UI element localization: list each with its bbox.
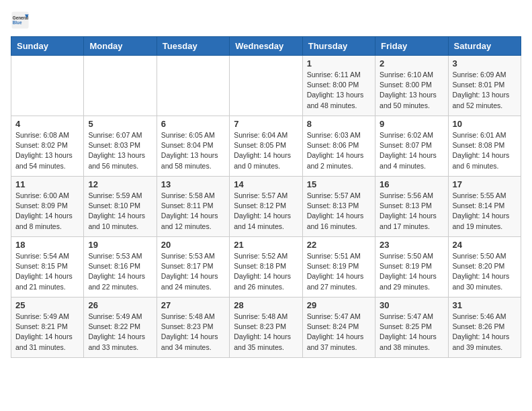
day-number: 27 <box>161 300 225 310</box>
day-info: Sunrise: 5:47 AM Sunset: 8:25 PM Dayligh… <box>380 312 443 353</box>
day-info: Sunrise: 5:57 AM Sunset: 8:12 PM Dayligh… <box>234 191 298 232</box>
day-number: 13 <box>161 179 225 189</box>
day-number: 18 <box>15 240 79 250</box>
calendar-cell: 21Sunrise: 5:52 AM Sunset: 8:18 PM Dayli… <box>230 237 302 298</box>
weekday-header-saturday: Saturday <box>448 37 521 56</box>
day-info: Sunrise: 6:10 AM Sunset: 8:00 PM Dayligh… <box>380 70 443 111</box>
day-info: Sunrise: 6:03 AM Sunset: 8:06 PM Dayligh… <box>307 130 371 171</box>
calendar-cell: 7Sunrise: 6:04 AM Sunset: 8:05 PM Daylig… <box>230 116 302 177</box>
day-number: 21 <box>234 240 298 250</box>
calendar-cell: 17Sunrise: 5:55 AM Sunset: 8:14 PM Dayli… <box>448 177 521 237</box>
day-info: Sunrise: 5:48 AM Sunset: 8:23 PM Dayligh… <box>161 312 225 353</box>
week-row-5: 25Sunrise: 5:49 AM Sunset: 8:21 PM Dayli… <box>11 298 521 358</box>
day-info: Sunrise: 5:49 AM Sunset: 8:21 PM Dayligh… <box>15 312 79 353</box>
calendar-cell: 10Sunrise: 6:01 AM Sunset: 8:08 PM Dayli… <box>448 116 521 177</box>
week-row-3: 11Sunrise: 6:00 AM Sunset: 8:09 PM Dayli… <box>11 177 521 237</box>
day-info: Sunrise: 6:08 AM Sunset: 8:02 PM Dayligh… <box>15 130 79 171</box>
week-row-1: 1Sunrise: 6:11 AM Sunset: 8:00 PM Daylig… <box>11 56 521 116</box>
day-info: Sunrise: 6:05 AM Sunset: 8:04 PM Dayligh… <box>161 130 225 171</box>
calendar-cell: 12Sunrise: 5:59 AM Sunset: 8:10 PM Dayli… <box>84 177 157 237</box>
day-number: 22 <box>307 240 371 250</box>
logo-icon: General Blue <box>11 11 30 30</box>
calendar-cell: 19Sunrise: 5:53 AM Sunset: 8:16 PM Dayli… <box>84 237 157 298</box>
weekday-header-row: SundayMondayTuesdayWednesdayThursdayFrid… <box>11 37 521 56</box>
weekday-header-wednesday: Wednesday <box>230 37 302 56</box>
calendar-cell: 31Sunrise: 5:46 AM Sunset: 8:26 PM Dayli… <box>448 298 521 358</box>
day-number: 7 <box>234 119 298 129</box>
calendar-table: SundayMondayTuesdayWednesdayThursdayFrid… <box>11 36 521 358</box>
day-number: 30 <box>380 300 443 310</box>
calendar-cell: 15Sunrise: 5:57 AM Sunset: 8:13 PM Dayli… <box>302 177 375 237</box>
calendar-cell: 28Sunrise: 5:48 AM Sunset: 8:23 PM Dayli… <box>230 298 302 358</box>
day-info: Sunrise: 5:46 AM Sunset: 8:26 PM Dayligh… <box>453 312 517 353</box>
day-number: 11 <box>15 179 79 189</box>
day-number: 16 <box>380 179 443 189</box>
calendar-cell <box>230 56 302 116</box>
calendar-cell: 20Sunrise: 5:53 AM Sunset: 8:17 PM Dayli… <box>157 237 229 298</box>
day-number: 28 <box>234 300 298 310</box>
day-info: Sunrise: 6:11 AM Sunset: 8:00 PM Dayligh… <box>307 70 371 111</box>
calendar-cell <box>157 56 229 116</box>
calendar-cell: 26Sunrise: 5:49 AM Sunset: 8:22 PM Dayli… <box>84 298 157 358</box>
day-info: Sunrise: 5:55 AM Sunset: 8:14 PM Dayligh… <box>453 191 517 232</box>
calendar-cell: 6Sunrise: 6:05 AM Sunset: 8:04 PM Daylig… <box>157 116 229 177</box>
day-number: 10 <box>453 119 517 129</box>
day-number: 29 <box>307 300 371 310</box>
day-number: 2 <box>380 58 443 68</box>
day-info: Sunrise: 5:50 AM Sunset: 8:19 PM Dayligh… <box>380 251 443 292</box>
day-number: 15 <box>307 179 371 189</box>
calendar-cell: 14Sunrise: 5:57 AM Sunset: 8:12 PM Dayli… <box>230 177 302 237</box>
day-info: Sunrise: 5:54 AM Sunset: 8:15 PM Dayligh… <box>15 251 79 292</box>
calendar-cell: 4Sunrise: 6:08 AM Sunset: 8:02 PM Daylig… <box>11 116 84 177</box>
day-number: 9 <box>380 119 443 129</box>
week-row-2: 4Sunrise: 6:08 AM Sunset: 8:02 PM Daylig… <box>11 116 521 177</box>
day-number: 6 <box>161 119 225 129</box>
day-info: Sunrise: 5:59 AM Sunset: 8:10 PM Dayligh… <box>88 191 152 232</box>
day-number: 31 <box>453 300 517 310</box>
day-number: 17 <box>453 179 517 189</box>
calendar-cell: 22Sunrise: 5:51 AM Sunset: 8:19 PM Dayli… <box>302 237 375 298</box>
calendar-cell: 9Sunrise: 6:02 AM Sunset: 8:07 PM Daylig… <box>375 116 448 177</box>
day-number: 26 <box>88 300 152 310</box>
calendar-cell: 3Sunrise: 6:09 AM Sunset: 8:01 PM Daylig… <box>448 56 521 116</box>
svg-text:Blue: Blue <box>13 20 22 25</box>
calendar-cell: 13Sunrise: 5:58 AM Sunset: 8:11 PM Dayli… <box>157 177 229 237</box>
day-info: Sunrise: 5:51 AM Sunset: 8:19 PM Dayligh… <box>307 251 371 292</box>
day-number: 12 <box>88 179 152 189</box>
day-info: Sunrise: 6:04 AM Sunset: 8:05 PM Dayligh… <box>234 130 298 171</box>
day-info: Sunrise: 5:49 AM Sunset: 8:22 PM Dayligh… <box>88 312 152 353</box>
day-number: 3 <box>453 58 517 68</box>
calendar-cell: 1Sunrise: 6:11 AM Sunset: 8:00 PM Daylig… <box>302 56 375 116</box>
calendar-cell: 11Sunrise: 6:00 AM Sunset: 8:09 PM Dayli… <box>11 177 84 237</box>
calendar-cell: 16Sunrise: 5:56 AM Sunset: 8:13 PM Dayli… <box>375 177 448 237</box>
day-info: Sunrise: 6:01 AM Sunset: 8:08 PM Dayligh… <box>453 130 517 171</box>
day-number: 25 <box>15 300 79 310</box>
calendar-cell: 25Sunrise: 5:49 AM Sunset: 8:21 PM Dayli… <box>11 298 84 358</box>
weekday-header-sunday: Sunday <box>11 37 84 56</box>
day-info: Sunrise: 5:57 AM Sunset: 8:13 PM Dayligh… <box>307 191 371 232</box>
day-number: 19 <box>88 240 152 250</box>
day-info: Sunrise: 5:50 AM Sunset: 8:20 PM Dayligh… <box>453 251 517 292</box>
day-number: 24 <box>453 240 517 250</box>
weekday-header-friday: Friday <box>375 37 448 56</box>
calendar-cell <box>11 56 84 116</box>
calendar-cell: 30Sunrise: 5:47 AM Sunset: 8:25 PM Dayli… <box>375 298 448 358</box>
day-info: Sunrise: 5:47 AM Sunset: 8:24 PM Dayligh… <box>307 312 371 353</box>
day-info: Sunrise: 6:07 AM Sunset: 8:03 PM Dayligh… <box>88 130 152 171</box>
calendar-cell: 18Sunrise: 5:54 AM Sunset: 8:15 PM Dayli… <box>11 237 84 298</box>
calendar-cell: 24Sunrise: 5:50 AM Sunset: 8:20 PM Dayli… <box>448 237 521 298</box>
day-info: Sunrise: 6:09 AM Sunset: 8:01 PM Dayligh… <box>453 70 517 111</box>
day-number: 8 <box>307 119 371 129</box>
logo: General Blue <box>11 11 32 30</box>
calendar-cell: 29Sunrise: 5:47 AM Sunset: 8:24 PM Dayli… <box>302 298 375 358</box>
day-info: Sunrise: 5:58 AM Sunset: 8:11 PM Dayligh… <box>161 191 225 232</box>
weekday-header-thursday: Thursday <box>302 37 375 56</box>
day-info: Sunrise: 6:02 AM Sunset: 8:07 PM Dayligh… <box>380 130 443 171</box>
calendar-cell: 27Sunrise: 5:48 AM Sunset: 8:23 PM Dayli… <box>157 298 229 358</box>
day-info: Sunrise: 5:53 AM Sunset: 8:17 PM Dayligh… <box>161 251 225 292</box>
calendar-cell: 8Sunrise: 6:03 AM Sunset: 8:06 PM Daylig… <box>302 116 375 177</box>
calendar-cell: 23Sunrise: 5:50 AM Sunset: 8:19 PM Dayli… <box>375 237 448 298</box>
day-number: 14 <box>234 179 298 189</box>
day-info: Sunrise: 5:56 AM Sunset: 8:13 PM Dayligh… <box>380 191 443 232</box>
day-number: 1 <box>307 58 371 68</box>
